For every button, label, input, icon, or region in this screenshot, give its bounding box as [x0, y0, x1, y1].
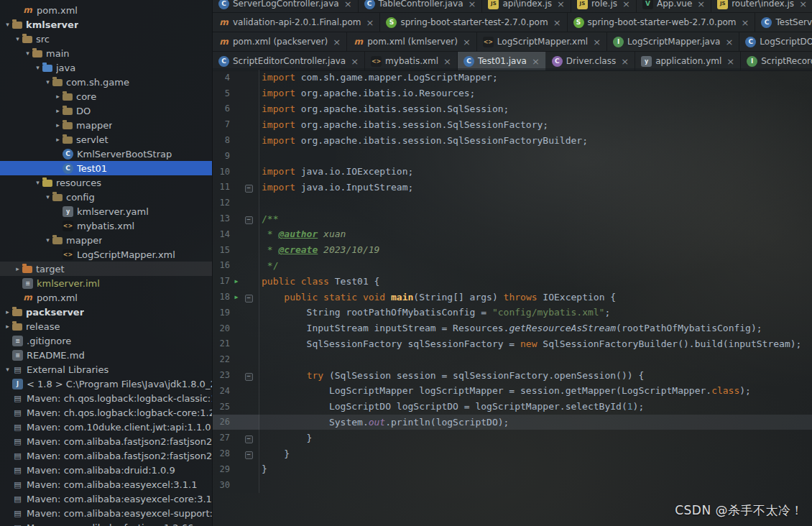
line-number[interactable]: 20: [213, 323, 230, 333]
tree-item[interactable]: <>mybatis.xml: [0, 218, 212, 233]
line-number[interactable]: 9: [213, 151, 230, 161]
chevron-right-icon[interactable]: ▸: [53, 121, 63, 129]
tree-item[interactable]: ▤Maven: com.alibaba:druid:1.0.9: [0, 463, 212, 477]
chevron-down-icon[interactable]: ▾: [13, 35, 22, 42]
tab-close-icon[interactable]: ×: [351, 56, 359, 67]
code-line[interactable]: 8import org.apache.ibatis.session.SqlSes…: [213, 132, 812, 148]
line-number[interactable]: 28: [213, 448, 230, 458]
tree-item[interactable]: ▤Maven: ch.qos.logback:logback-classic:1…: [0, 391, 212, 405]
run-icon[interactable]: ▶: [230, 278, 243, 285]
line-number[interactable]: 5: [213, 88, 230, 98]
tab-close-icon[interactable]: ×: [725, 37, 733, 47]
line-number[interactable]: 15: [213, 245, 230, 255]
code-line[interactable]: 10import java.io.IOException;: [213, 164, 812, 180]
chevron-down-icon[interactable]: ▾: [43, 78, 52, 86]
tree-item[interactable]: ▤Maven: com.alibaba:easyexcel-support:3.…: [0, 506, 212, 520]
code-line[interactable]: 16 */: [213, 258, 812, 274]
chevron-down-icon[interactable]: ▾: [23, 50, 32, 57]
code-line[interactable]: 23− try (SqlSession session = sqlSession…: [213, 367, 812, 383]
chevron-down-icon[interactable]: ▾: [43, 236, 52, 244]
editor-tab[interactable]: <>LogScriptMapper.xml×: [477, 32, 607, 51]
line-number[interactable]: 14: [213, 229, 230, 239]
tab-close-icon[interactable]: ×: [532, 56, 540, 67]
code-editor[interactable]: 4import com.sh.game.mapper.LogScriptMapp…: [213, 68, 812, 526]
code-line[interactable]: 15 * @create 2023/10/19: [213, 242, 812, 258]
tree-item[interactable]: <>LogScriptMapper.xml: [0, 247, 212, 262]
tab-close-icon[interactable]: ×: [366, 17, 374, 28]
tab-close-icon[interactable]: ×: [697, 0, 705, 9]
line-number[interactable]: 29: [213, 464, 230, 474]
tab-close-icon[interactable]: ×: [742, 17, 749, 28]
line-number[interactable]: 7: [213, 119, 230, 129]
tree-item[interactable]: ▤Maven: com.alibaba:fastjson:1.2.66: [0, 520, 212, 526]
line-number[interactable]: 26: [213, 417, 230, 427]
tree-item[interactable]: ▾src: [0, 32, 212, 46]
editor-tab[interactable]: VApp.vue×: [637, 0, 711, 12]
tree-item[interactable]: mpom.xml: [0, 3, 212, 17]
line-number[interactable]: 21: [213, 338, 230, 349]
tab-close-icon[interactable]: ×: [593, 37, 601, 47]
code-line[interactable]: 29}: [213, 461, 812, 477]
tree-item[interactable]: ▤Maven: com.alibaba.fastjson2:fastjson2-…: [0, 448, 212, 463]
tree-item[interactable]: mpom.xml: [0, 290, 212, 305]
tree-item[interactable]: ▸packserver: [0, 305, 212, 319]
editor-tab[interactable]: mvalidation-api-2.0.1.Final.pom×: [213, 13, 380, 32]
fold-icon[interactable]: −: [243, 213, 254, 224]
editor-tab[interactable]: Sspring-boot-starter-web-2.7.0.pom×: [568, 13, 756, 32]
tab-close-icon[interactable]: ×: [726, 56, 734, 67]
line-number[interactable]: 16: [213, 260, 230, 270]
tree-item[interactable]: ▾kmlserver: [0, 17, 212, 32]
tab-close-icon[interactable]: ×: [333, 37, 341, 47]
tab-close-icon[interactable]: ×: [469, 0, 476, 9]
tree-item[interactable]: ▾main: [0, 46, 212, 60]
tree-item[interactable]: ▤Maven: com.10duke.client.jwt:api:1.1.0: [0, 420, 212, 434]
tree-item[interactable]: ▾config: [0, 190, 212, 204]
line-number[interactable]: 13: [213, 213, 230, 223]
tree-item[interactable]: ykmlserver.yaml: [0, 204, 212, 218]
chevron-right-icon[interactable]: ▸: [3, 323, 12, 330]
line-number[interactable]: 4: [213, 73, 230, 83]
tree-item[interactable]: ▾mapper: [0, 233, 212, 247]
tab-close-icon[interactable]: ×: [557, 0, 565, 9]
editor-tab[interactable]: CTestServlet.java×: [755, 13, 812, 32]
line-number[interactable]: 25: [213, 402, 230, 412]
chevron-right-icon[interactable]: ▸: [3, 308, 12, 315]
code-line[interactable]: 13−/**: [213, 211, 812, 226]
editor-tab[interactable]: CLogScriptDO.java×: [739, 32, 812, 51]
tree-item[interactable]: ▸servlet: [0, 132, 212, 147]
editor-tab[interactable]: JSrouter\index.js×: [711, 0, 812, 12]
line-number[interactable]: 30: [213, 480, 230, 490]
fold-icon[interactable]: −: [243, 432, 254, 443]
tree-item[interactable]: ▸DO: [0, 103, 212, 118]
editor-tab[interactable]: mpom.xml (packserver)×: [213, 32, 347, 51]
line-number[interactable]: 12: [213, 198, 230, 208]
code-line[interactable]: 28− }: [213, 446, 812, 461]
editor-tab[interactable]: mpom.xml (kmlserver)×: [347, 32, 477, 51]
editor-tab[interactable]: Sspring-boot-starter-test-2.7.0.pom×: [380, 13, 567, 32]
tree-item[interactable]: ▾resources: [0, 175, 212, 190]
line-number[interactable]: 22: [213, 354, 230, 364]
code-line[interactable]: 25 LogScriptDO logScriptDO = logScriptMa…: [213, 399, 812, 415]
code-line[interactable]: 12: [213, 195, 812, 211]
code-line[interactable]: 27− }: [213, 430, 812, 446]
line-number[interactable]: 6: [213, 103, 230, 114]
code-line[interactable]: 18▶− public static void main(String[] ar…: [213, 289, 812, 305]
editor-tab[interactable]: CServerLogController.java×: [213, 0, 359, 12]
chevron-right-icon[interactable]: ▸: [53, 93, 63, 100]
tree-item[interactable]: ▸mapper: [0, 118, 212, 132]
editor-tab[interactable]: ILogScriptMapper.java×: [607, 32, 739, 51]
tree-item[interactable]: CKmlServerBootStrap: [0, 147, 212, 161]
code-line[interactable]: 26 System.out.println(logScriptDO);: [213, 415, 812, 430]
tab-close-icon[interactable]: ×: [344, 0, 352, 9]
line-number[interactable]: 18: [213, 292, 230, 302]
tab-close-icon[interactable]: ×: [799, 0, 807, 9]
tree-item[interactable]: CTest01: [0, 161, 212, 175]
code-line[interactable]: 19 String rootPathOfMybatisConfig = "con…: [213, 305, 812, 320]
tree-item[interactable]: ≡kmlserver.iml: [0, 276, 212, 290]
code-line[interactable]: 6import org.apache.ibatis.session.SqlSes…: [213, 101, 812, 117]
chevron-down-icon[interactable]: ▾: [33, 64, 42, 71]
code-line[interactable]: 20 InputStream inputStream = Resources.g…: [213, 320, 812, 336]
code-line[interactable]: 5import org.apache.ibatis.io.Resources;: [213, 86, 812, 101]
tree-item[interactable]: ▾java: [0, 60, 212, 75]
line-number[interactable]: 24: [213, 386, 230, 396]
